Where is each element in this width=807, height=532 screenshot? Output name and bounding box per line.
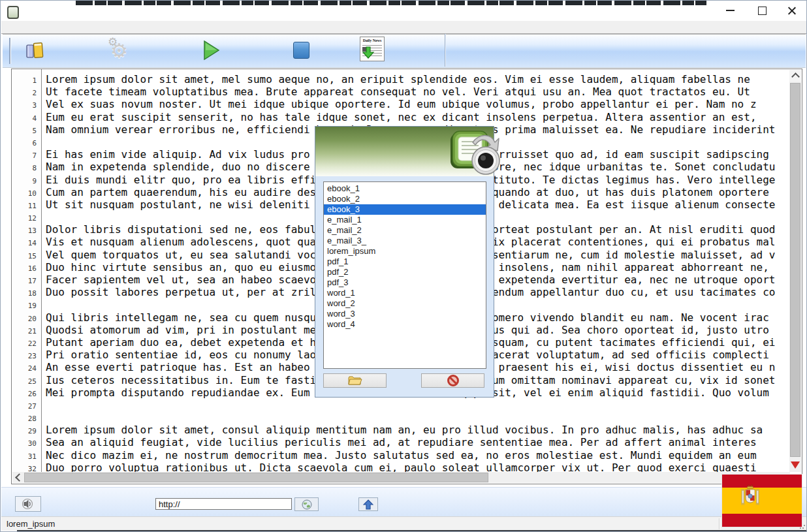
scroll-down-red-arrow-icon[interactable] bbox=[791, 462, 800, 469]
file-list-item[interactable]: lorem_ipsum bbox=[324, 246, 486, 257]
line-number: 25 bbox=[12, 375, 41, 388]
flag-stripe bbox=[722, 475, 802, 488]
file-listbox[interactable]: ebook_1ebook_2ebook_3e_mail_1e_mail_2e_m… bbox=[323, 181, 486, 369]
line-number: 8 bbox=[12, 162, 41, 174]
line-number: 19 bbox=[12, 300, 41, 312]
flag-stripe bbox=[722, 488, 802, 514]
speak-button[interactable] bbox=[15, 496, 41, 512]
line-number: 29 bbox=[12, 425, 41, 437]
cancel-button[interactable] bbox=[421, 373, 484, 388]
minimize-icon bbox=[726, 10, 735, 11]
file-list-item[interactable]: ebook_3 bbox=[324, 204, 486, 215]
spain-coat-of-arms-icon bbox=[740, 484, 760, 507]
vertical-scrollbar[interactable] bbox=[789, 70, 801, 472]
editor-line: Eum eu erat suscipit senserit, no has ta… bbox=[46, 111, 789, 123]
line-number: 20 bbox=[12, 313, 41, 325]
horizontal-scrollbar[interactable] bbox=[12, 472, 790, 483]
line-number: 26 bbox=[12, 388, 41, 400]
url-input[interactable] bbox=[155, 498, 292, 510]
file-list-item[interactable]: word_2 bbox=[324, 298, 486, 309]
file-list-item[interactable]: e_mail_1 bbox=[324, 215, 486, 225]
line-number: 7 bbox=[12, 149, 41, 162]
file-list-item[interactable]: e_mail_2 bbox=[324, 225, 486, 236]
dialog-header bbox=[315, 127, 494, 176]
block-icon bbox=[447, 374, 460, 387]
scroll-left-button[interactable] bbox=[12, 472, 24, 483]
app-icon bbox=[7, 6, 19, 19]
line-number: 28 bbox=[12, 413, 41, 425]
file-list-item[interactable]: ebook_2 bbox=[324, 194, 486, 204]
close-icon bbox=[787, 6, 797, 15]
line-number: 4 bbox=[12, 112, 41, 125]
news-icon-label: Daily News bbox=[362, 39, 383, 43]
line-number: 3 bbox=[12, 99, 41, 112]
stop-button[interactable] bbox=[288, 37, 314, 63]
status-bar: lorem_ipsum bbox=[1, 516, 807, 531]
language-flag-spain[interactable] bbox=[722, 475, 802, 527]
fetch-news-button[interactable]: Daily News bbox=[359, 36, 385, 62]
line-number: 18 bbox=[12, 287, 41, 300]
editor-line bbox=[46, 399, 789, 411]
maximize-button[interactable] bbox=[752, 3, 772, 18]
horizontal-scroll-thumb[interactable] bbox=[24, 473, 488, 482]
line-number: 17 bbox=[12, 275, 41, 287]
settings-button[interactable]: ⚙ ⚙ bbox=[105, 37, 131, 63]
status-text: lorem_ipsum bbox=[7, 519, 55, 529]
play-icon bbox=[203, 40, 220, 60]
fetch-url-button[interactable] bbox=[294, 497, 319, 511]
line-number: 21 bbox=[12, 325, 41, 337]
close-button[interactable] bbox=[782, 3, 802, 18]
editor-line: Vel ex suas novum noster. Ut mei idque u… bbox=[46, 98, 789, 110]
line-number: 23 bbox=[12, 350, 41, 362]
line-number: 11 bbox=[12, 200, 41, 212]
line-number: 22 bbox=[12, 337, 41, 350]
stop-icon bbox=[293, 42, 309, 59]
app-window: ⚙ ⚙ Daily News 1234567891011121314151617… bbox=[0, 0, 807, 532]
line-number: 10 bbox=[12, 187, 41, 200]
line-number: 13 bbox=[12, 225, 41, 237]
clipped-title-text bbox=[76, 1, 706, 5]
editor-line: Lorem ipsum dolor sit amet, mel sumo aeq… bbox=[46, 73, 789, 86]
file-list-item[interactable]: pdf_1 bbox=[324, 257, 486, 267]
vertical-scroll-thumb[interactable] bbox=[790, 83, 800, 457]
scroll-up-button[interactable] bbox=[789, 70, 801, 82]
file-list-item[interactable]: pdf_2 bbox=[324, 267, 486, 277]
file-list-item[interactable]: e_mail_3_ bbox=[324, 236, 486, 246]
up-arrow-icon bbox=[363, 499, 373, 510]
line-number: 12 bbox=[12, 212, 41, 225]
toolbar-grip[interactable] bbox=[9, 38, 11, 64]
editor-line: Lorem ipsum dolor sit amet, consul aliqu… bbox=[46, 424, 789, 436]
file-list-item[interactable]: word_3 bbox=[324, 309, 486, 319]
file-list-item[interactable]: ebook_1 bbox=[324, 183, 486, 194]
flag-stripe bbox=[722, 514, 802, 527]
speaker-icon bbox=[22, 498, 35, 510]
line-number: 1 bbox=[12, 74, 41, 87]
line-number: 32 bbox=[12, 463, 41, 473]
line-number: 31 bbox=[12, 450, 41, 463]
upload-button[interactable] bbox=[358, 497, 378, 511]
open-file-button[interactable] bbox=[323, 373, 387, 388]
editor-line: Ut facete timeam voluptatibus mea. Brute… bbox=[46, 86, 789, 98]
minimize-button[interactable] bbox=[720, 3, 740, 18]
line-number: 14 bbox=[12, 237, 41, 249]
line-number: 27 bbox=[12, 400, 41, 413]
line-number: 16 bbox=[12, 262, 41, 275]
line-number: 15 bbox=[12, 250, 41, 262]
file-list-item[interactable]: pdf_3 bbox=[324, 277, 486, 288]
books-icon bbox=[24, 40, 45, 60]
folder-icon bbox=[348, 375, 362, 386]
editor-line: Nec dico mazim ei, ne nostrum democritum… bbox=[46, 449, 789, 462]
menu-strip bbox=[1, 21, 807, 34]
library-button[interactable] bbox=[22, 37, 48, 63]
line-number-gutter: 1234567891011121314151617181920212223242… bbox=[12, 69, 42, 473]
play-button[interactable] bbox=[198, 37, 225, 63]
editor-line bbox=[46, 411, 789, 424]
file-list-item[interactable]: word_4 bbox=[324, 319, 486, 330]
toolbar-section-divider bbox=[445, 34, 446, 67]
news-icon: Daily News bbox=[360, 37, 385, 61]
line-number: 9 bbox=[12, 175, 41, 187]
globe-icon bbox=[302, 499, 312, 510]
maximize-icon bbox=[758, 7, 767, 15]
bottom-panel bbox=[1, 487, 807, 517]
file-list-item[interactable]: word_1 bbox=[324, 288, 486, 298]
